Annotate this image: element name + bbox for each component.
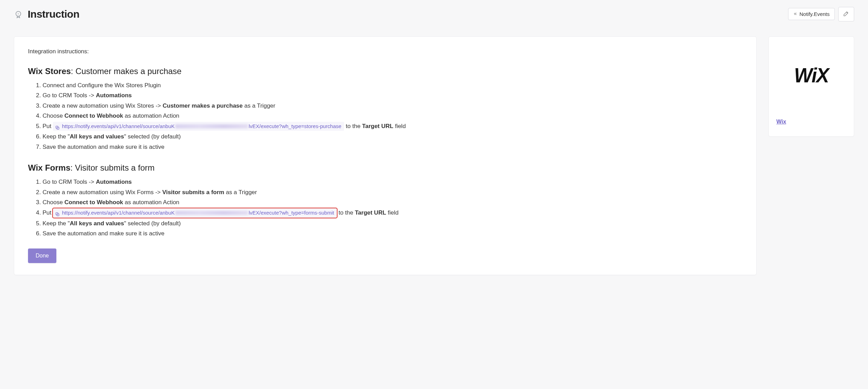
instruction-icon	[14, 10, 23, 19]
url-copy-box[interactable]: https://notify.events/api/v1/channel/sou…	[53, 208, 337, 218]
list-item: Choose Connect to Webhook as automation …	[43, 111, 742, 120]
wix-link[interactable]: Wix	[776, 119, 786, 125]
url-redacted	[175, 211, 248, 215]
list-item: Save the automation and make sure it is …	[43, 143, 742, 152]
instruction-card: Integration instructions: Wix Stores: Cu…	[14, 36, 757, 275]
section-title: Wix Stores: Customer makes a purchase	[28, 65, 742, 78]
list-item: Go to CRM Tools -> Automations	[43, 178, 742, 187]
done-button[interactable]: Done	[28, 248, 56, 263]
url-text: lvEX/execute?wh_type=stores-purchase	[249, 123, 341, 130]
list-item: Create a new automation using Wix Stores…	[43, 101, 742, 110]
list-item: Keep the "All keys and values" selected …	[43, 219, 742, 228]
url-text: https://notify.events/api/v1/channel/sou…	[62, 123, 175, 130]
list-item: Connect and Configure the Wix Stores Plu…	[43, 81, 742, 90]
list-item: Choose Connect to Webhook as automation …	[43, 198, 742, 207]
edit-icon	[843, 10, 850, 18]
url-redacted	[175, 124, 248, 128]
copy-icon	[55, 210, 60, 215]
back-button[interactable]: Notify.Events	[788, 8, 835, 20]
wix-logo: WiX	[776, 60, 846, 91]
done-button-label: Done	[36, 253, 49, 259]
copy-icon	[55, 124, 60, 129]
url-copy-box[interactable]: https://notify.events/api/v1/channel/sou…	[53, 122, 344, 131]
back-button-label: Notify.Events	[800, 11, 830, 17]
list-item: Put https://notify.events/api/v1/channel…	[43, 208, 742, 218]
url-text: https://notify.events/api/v1/channel/sou…	[62, 209, 175, 217]
list-item: Create a new automation using Wix Forms …	[43, 188, 742, 197]
section-title: Wix Forms: Visitor submits a form	[28, 162, 742, 174]
edit-button[interactable]	[838, 7, 854, 21]
url-text: lvEX/execute?wh_type=forms-submit	[249, 209, 334, 217]
list-item: Put https://notify.events/api/v1/channel…	[43, 122, 742, 131]
list-item: Keep the "All keys and values" selected …	[43, 132, 742, 141]
sidebar-card: WiX Wix	[768, 36, 854, 137]
list-item: Go to CRM Tools -> Automations	[43, 91, 742, 100]
page-header: Instruction Notify.Events	[14, 0, 854, 25]
chevron-left-icon	[793, 11, 797, 17]
steps-list: Connect and Configure the Wix Stores Plu…	[28, 81, 742, 152]
steps-list: Go to CRM Tools -> AutomationsCreate a n…	[28, 178, 742, 238]
page-title: Instruction	[28, 6, 80, 22]
svg-point-1	[18, 13, 19, 14]
list-item: Save the automation and make sure it is …	[43, 229, 742, 238]
intro-text: Integration instructions:	[28, 47, 742, 56]
